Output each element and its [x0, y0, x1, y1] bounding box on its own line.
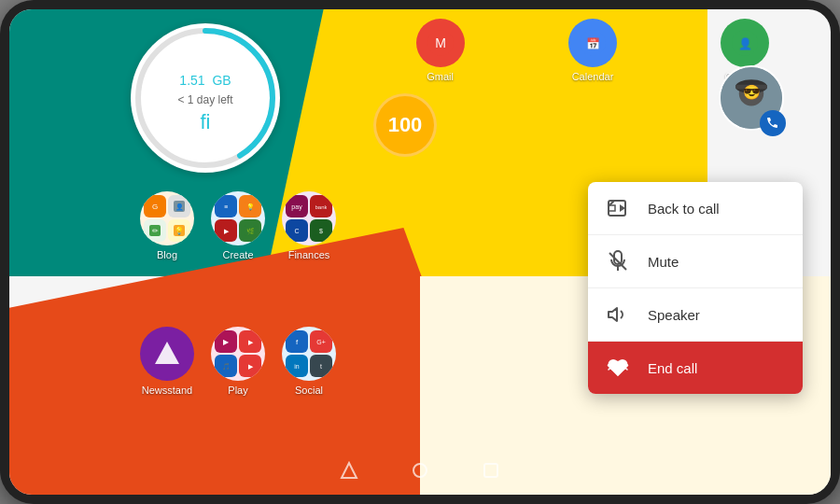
- mute-icon: [605, 248, 631, 274]
- svg-text:😎: 😎: [743, 84, 761, 101]
- speaker-label: Speaker: [648, 307, 700, 323]
- svg-text:👤: 👤: [175, 203, 184, 211]
- newsstand-label: Newsstand: [142, 385, 192, 396]
- finances-icon: pay bank C $: [282, 191, 336, 245]
- create-icon: ≡ 💡 ▶ 🌿: [211, 191, 265, 245]
- play-icon: ▶ ▶ 🎵 ▶: [211, 327, 265, 381]
- app-calendar[interactable]: 📅 Calendar: [568, 19, 617, 82]
- svg-text:💡: 💡: [246, 203, 255, 211]
- score-badge: 100: [373, 93, 437, 157]
- svg-text:G+: G+: [316, 339, 326, 345]
- newsstand-icon: [140, 327, 194, 381]
- apps-row-2: Newsstand ▶ ▶ 🎵 ▶ Play: [140, 327, 336, 396]
- menu-end-call[interactable]: End call: [588, 342, 803, 394]
- svg-marker-37: [155, 342, 179, 364]
- data-sub: < 1 day left: [177, 93, 232, 106]
- end-call-label: End call: [648, 360, 697, 376]
- app-social[interactable]: f G+ in t Social: [282, 327, 336, 396]
- nav-home[interactable]: [403, 454, 437, 487]
- nav-recent[interactable]: [474, 454, 508, 487]
- mute-label: Mute: [648, 254, 679, 270]
- phone-frame: 1.51 GB < 1 day left fi M Gmail 📅 Calend…: [0, 0, 840, 504]
- svg-point-58: [413, 464, 427, 477]
- end-call-icon: [605, 355, 631, 381]
- svg-text:🎵: 🎵: [222, 362, 231, 371]
- svg-marker-57: [342, 463, 357, 478]
- svg-text:✏: ✏: [152, 227, 159, 235]
- app-play[interactable]: ▶ ▶ 🎵 ▶ Play: [211, 327, 265, 396]
- gmail-icon: M: [416, 19, 465, 67]
- bottom-nav: [9, 454, 831, 487]
- svg-text:pay: pay: [291, 203, 302, 211]
- app-create[interactable]: ≡ 💡 ▶ 🌿 Create: [211, 191, 265, 260]
- app-blog[interactable]: G 👤 ✏ 💡 Blog: [140, 191, 194, 260]
- data-brand: fi: [200, 110, 210, 134]
- social-label: Social: [295, 385, 323, 396]
- svg-text:📅: 📅: [585, 36, 599, 50]
- svg-text:💡: 💡: [175, 226, 184, 235]
- blog-label: Blog: [157, 249, 177, 260]
- menu-speaker[interactable]: Speaker: [588, 288, 803, 342]
- svg-text:bank: bank: [315, 204, 327, 210]
- app-newsstand[interactable]: Newsstand: [140, 327, 194, 396]
- svg-text:in: in: [294, 363, 300, 370]
- context-menu: Back to call Mute: [588, 182, 803, 394]
- svg-text:▶: ▶: [223, 338, 230, 346]
- svg-text:M: M: [435, 35, 446, 50]
- svg-text:≡: ≡: [224, 203, 228, 210]
- svg-text:👤: 👤: [738, 36, 752, 50]
- score-value: 100: [388, 113, 423, 137]
- gmail-label: Gmail: [427, 71, 454, 82]
- svg-text:G: G: [152, 203, 158, 211]
- nav-back[interactable]: [332, 454, 366, 487]
- svg-text:t: t: [320, 363, 322, 370]
- calendar-label: Calendar: [572, 71, 614, 82]
- back-call-icon: [605, 195, 631, 221]
- menu-mute[interactable]: Mute: [588, 235, 803, 288]
- play-label: Play: [228, 385, 247, 396]
- finances-label: Finances: [288, 249, 330, 260]
- social-icon: f G+ in t: [282, 327, 336, 381]
- calendar-icon: 📅: [568, 19, 617, 67]
- data-widget: 1.51 GB < 1 day left fi: [131, 23, 280, 173]
- create-label: Create: [222, 249, 253, 260]
- data-amount: 1.51 GB: [179, 62, 231, 91]
- screen: 1.51 GB < 1 day left fi M Gmail 📅 Calend…: [9, 9, 831, 495]
- svg-text:C: C: [294, 228, 299, 234]
- svg-text:🌿: 🌿: [246, 227, 255, 235]
- svg-text:$: $: [319, 228, 323, 234]
- menu-back-to-call[interactable]: Back to call: [588, 182, 803, 235]
- apps-row-1: G 👤 ✏ 💡 Blog ≡: [140, 191, 336, 260]
- blog-icon: G 👤 ✏ 💡: [140, 191, 194, 245]
- call-badge: [760, 110, 786, 136]
- back-to-call-label: Back to call: [648, 201, 720, 217]
- app-finances[interactable]: pay bank C $ Finances: [282, 191, 336, 260]
- app-gmail[interactable]: M Gmail: [416, 19, 465, 82]
- svg-rect-59: [484, 464, 497, 477]
- speaker-icon: [605, 301, 631, 328]
- contacts-icon: 👤: [721, 19, 769, 67]
